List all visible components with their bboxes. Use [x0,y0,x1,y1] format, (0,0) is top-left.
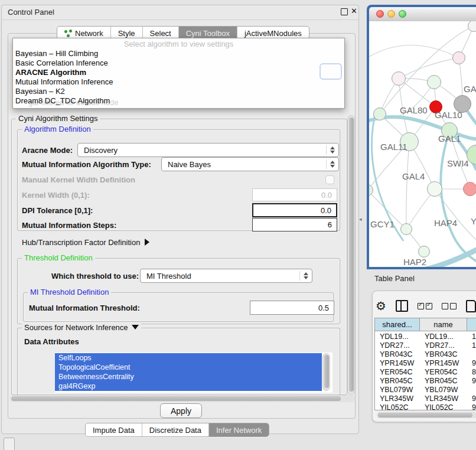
attribute-list-scrollbar[interactable] [322,353,330,391]
table-cell[interactable]: 9. [472,377,476,386]
float-window-icon[interactable] [341,8,348,15]
tab-label: Infer Network [216,426,262,435]
data-attributes-list[interactable]: SelfLoopsTopologicalCoefficientBetweenne… [55,353,332,393]
aracne-mode-combobox[interactable]: Discovery [77,143,339,157]
table-cell[interactable]: YIL052C [425,403,466,410]
algorithm-option[interactable]: ARACNE Algorithm [15,68,340,77]
algorithm-option[interactable]: Mutual Information Inference [15,77,340,87]
table-cell[interactable]: YER054C [425,368,466,377]
data-attributes-label: Data Attributes [24,337,79,346]
select-all-checkboxes-icon[interactable] [418,303,432,309]
attribute-item[interactable]: BetweennessCentrality [55,372,322,381]
table-panel-title: Table Panel [374,274,415,283]
splitter-arrow-icon[interactable]: ◂ [359,216,362,222]
network-window-titlebar[interactable] [369,7,476,22]
table-horizontal-scrollbar[interactable] [377,412,476,418]
network-node[interactable] [463,182,476,196]
column-header[interactable]: shared... [375,318,420,331]
tab-impute-data[interactable]: Impute Data [86,423,142,436]
kernel-width-field[interactable]: 0.0 [252,188,337,201]
minimize-traffic-light-icon[interactable] [387,10,395,18]
close-traffic-light-icon[interactable] [376,10,384,18]
table-cell[interactable]: 9. [472,359,476,368]
table-cell[interactable]: YBR043C [380,350,419,359]
mi-algorithm-type-combobox[interactable]: Naive Bayes [161,157,339,171]
gear-icon[interactable]: ⚙ [376,300,386,312]
node-label: GAL10 [435,110,462,120]
table-cell[interactable]: YBR045C [380,377,419,386]
columns-icon[interactable] [396,300,408,312]
tab-discretize-data[interactable]: Discretize Data [142,423,209,436]
mi-threshold-label: Mutual Information Threshold: [29,304,140,312]
kernel-width-value: 0.0 [321,191,332,200]
table-cell[interactable]: YIL052C [380,403,419,410]
algorithm-option[interactable]: Basic Correlation Inference [15,58,340,68]
table-cell[interactable]: YDL19... [380,332,419,341]
tab-label: Discretize Data [149,426,201,435]
node-label: GAL80 [400,105,428,115]
table-cell[interactable]: YDL19... [425,332,466,341]
network-node[interactable] [373,107,386,120]
table-cell[interactable]: 12 [472,341,476,350]
table-cell[interactable]: YLR345W [425,394,466,403]
table-cell[interactable] [472,350,476,359]
table-cell[interactable]: YBR043C [425,350,466,359]
close-icon[interactable]: ✕ [351,6,357,15]
attribute-item[interactable]: TopologicalCoefficient [55,363,322,372]
network-node[interactable] [452,51,465,64]
attribute-item[interactable]: SelfLoops [55,353,322,363]
algorithm-option[interactable]: Bayesian – K2 [15,87,340,96]
network-node[interactable] [392,71,406,86]
column-header[interactable] [467,318,476,331]
attribute-item[interactable]: gal4RGexp [55,381,322,391]
node-table[interactable]: shared...name YDL19...YDL19...13YDR27...… [374,318,476,410]
table-cell[interactable]: 9. [472,394,476,403]
table-cell[interactable] [472,386,476,394]
collapsed-arrow-icon [145,239,149,246]
aracne-mode-value: Discovery [78,146,326,155]
node-label: SWI4 [447,158,469,168]
node-label: GAL1 [438,133,461,144]
column-header[interactable]: name [420,318,467,331]
table-cell[interactable]: YBL079W [425,386,466,394]
table-cell[interactable]: YPR145W [425,359,466,368]
collapsed-panel-chip[interactable] [4,438,15,450]
settings-vertical-scrollbar[interactable] [347,115,355,395]
table-cell[interactable]: 13 [472,332,476,341]
zoom-traffic-light-icon[interactable] [399,10,406,18]
mi-steps-field[interactable]: 6 [252,218,337,231]
network-node[interactable] [427,75,441,89]
sources-label[interactable]: Sources for Network Inference [22,323,141,332]
algorithm-option[interactable]: Dream8 DC_TDC Algorithm [15,96,340,106]
apply-button-label: Apply [171,406,191,416]
network-node[interactable] [400,223,412,235]
table-cell[interactable]: YBR045C [425,377,466,386]
apply-button[interactable]: Apply [160,403,202,418]
table-cell[interactable]: YLR345W [380,394,419,403]
new-table-icon[interactable] [466,300,476,312]
algorithm-option[interactable]: Bayesian – Hill Climbing [15,49,340,58]
table-cell[interactable]: YER054C [380,368,419,377]
tab-infer-network[interactable]: Infer Network [209,423,269,436]
table-cell[interactable]: 9 [472,403,476,410]
which-threshold-combobox[interactable]: MI Threshold [140,269,312,283]
table-cell[interactable]: 8. [472,368,476,377]
network-node[interactable] [418,246,430,257]
tab-label: Style [118,29,135,38]
table-cell[interactable]: YPR145W [380,359,419,368]
network-canvas[interactable]: GALGAL80GAL10GAL1GAL11SWI4GAL4GCY1HAP4YH… [369,21,476,267]
settings-horizontal-scrollbar[interactable] [10,395,355,402]
dpi-tolerance-field[interactable]: 0.0 [252,203,337,217]
table-cell[interactable]: YDR27... [425,341,466,350]
cyni-bottom-tabs: Impute DataDiscretize DataInfer Network [85,423,269,437]
manual-kernel-width-checkbox[interactable] [325,175,334,184]
table-cell[interactable]: YBL079W [380,386,419,394]
deselect-all-checkboxes-icon[interactable] [442,303,457,309]
control-panel-titlebar: Control Panel ✕ [2,5,358,20]
hub-definition-toggle[interactable]: Hub/Transcription Factor Definition [22,238,149,247]
algorithm-definition-label: Algorithm Definition [22,125,93,133]
network-node[interactable] [427,181,442,197]
mi-threshold-field[interactable]: 0.5 [250,301,334,315]
hub-definition-label: Hub/Transcription Factor Definition [22,238,140,247]
table-cell[interactable]: YDR27... [380,341,419,350]
